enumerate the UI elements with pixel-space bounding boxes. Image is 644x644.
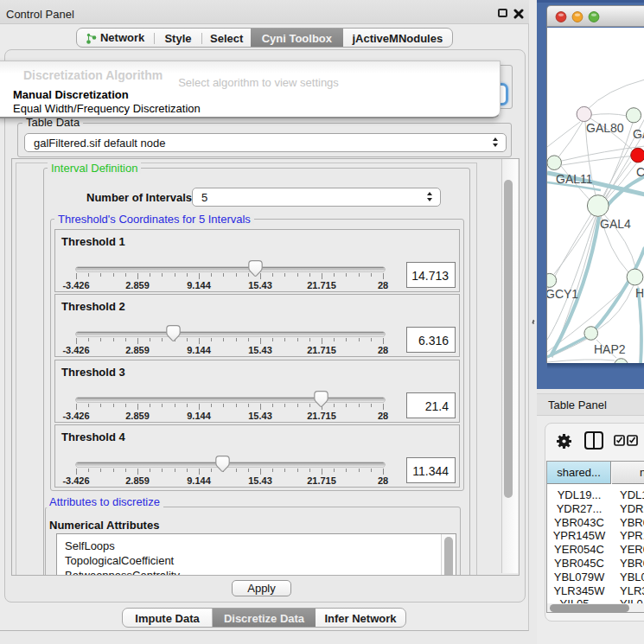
svg-text:HAP2: HAP2 [594,342,626,356]
svg-text:GCY1: GCY1 [547,287,578,301]
svg-text:H: H [635,286,644,300]
svg-text:GAL4: GAL4 [600,217,631,231]
svg-text:C: C [636,165,644,179]
svg-text:GAL11: GAL11 [556,172,593,186]
svg-text:GAL80: GAL80 [586,121,624,135]
svg-text:GA: GA [633,127,644,141]
